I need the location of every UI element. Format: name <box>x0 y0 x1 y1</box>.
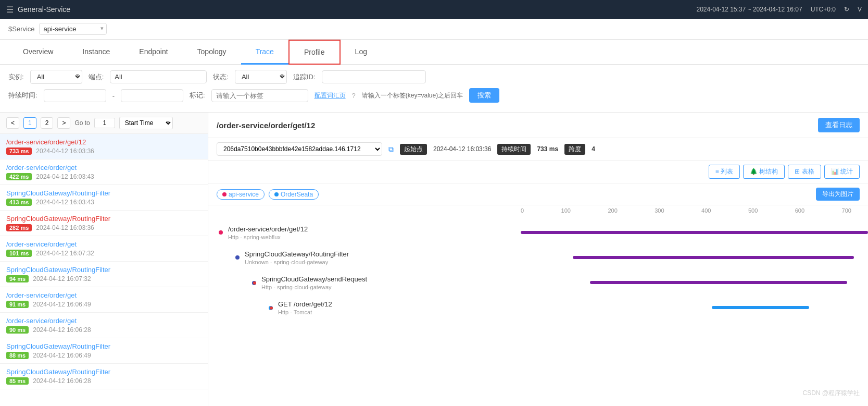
table-view-btn[interactable]: ⊞ 表格 <box>788 165 821 179</box>
trace-item-name-6: /order-service/order/get <box>6 291 202 299</box>
list-view-btn[interactable]: ≡ 列表 <box>709 165 740 179</box>
traceid-input[interactable] <box>322 70 426 83</box>
service-select[interactable]: api-service order-service gateway-servic… <box>39 23 107 35</box>
span-bar-root <box>521 224 868 241</box>
tab-instance[interactable]: Instance <box>68 40 124 65</box>
chip-api-service[interactable]: api-service <box>217 189 265 200</box>
tab-endpoint[interactable]: Endpoint <box>124 40 182 65</box>
page-2-btn[interactable]: 2 <box>41 117 54 129</box>
trace-item-2[interactable]: SpringCloudGateway/RoutingFilter 413 ms … <box>0 185 208 211</box>
instance-select[interactable]: All <box>30 70 82 84</box>
refresh-icon[interactable]: ↻ <box>844 6 849 13</box>
search-button[interactable]: 搜索 <box>469 88 499 103</box>
tab-topology[interactable]: Topology <box>183 40 241 65</box>
tracelist-header: < 1 2 > Go to Start Time <box>0 113 208 134</box>
span-bar-2 <box>521 274 868 291</box>
trace-item-4[interactable]: /order-service/order/get 101 ms 2024-04-… <box>0 236 208 262</box>
status-select-wrapper: All <box>235 70 287 84</box>
trace-time-1: 2024-04-12 16:03:43 <box>36 173 94 180</box>
page-1-btn[interactable]: 1 <box>23 117 36 129</box>
trace-item-5[interactable]: SpringCloudGateway/RoutingFilter 94 ms 2… <box>0 262 208 287</box>
span-left-3: GET /order/get/12 Http - Tomcat <box>208 300 521 315</box>
view-log-button[interactable]: 查看日志 <box>818 118 860 132</box>
tag-input[interactable] <box>211 89 308 102</box>
tab-trace[interactable]: Trace <box>241 40 288 65</box>
span-bar-fill-2 <box>590 281 847 284</box>
trace-item-name-7: /order-service/order/get <box>6 317 202 325</box>
tl-600: 600 <box>795 207 804 214</box>
chip-label-order: OrderSeata <box>281 191 313 198</box>
trace-item-name-4: /order-service/order/get <box>6 240 202 248</box>
filterbar: 实例: All 端点: 状态: All 追踪ID: 持续时间: - 标记: 配置… <box>0 65 868 113</box>
start-value: 2024-04-12 16:03:36 <box>433 145 491 153</box>
trace-item-1[interactable]: /order-service/order/get 422 ms 2024-04-… <box>0 159 208 185</box>
status-select[interactable]: All <box>235 70 287 84</box>
span-bar-fill-3 <box>712 306 809 309</box>
detail-header: /order-service/order/get/12 查看日志 <box>208 113 868 138</box>
config-link[interactable]: 配置词汇页 <box>315 91 346 100</box>
copy-icon[interactable]: ⧉ <box>388 145 394 154</box>
filter-row-2: 持续时间: - 标记: 配置词汇页 ? 请输入一个标签(key=value)之后… <box>8 88 860 103</box>
trace-item-3[interactable]: SpringCloudGateway/RoutingFilter 282 ms … <box>0 211 208 236</box>
toggle-btn[interactable]: V <box>858 6 862 13</box>
span-info-1: SpringCloudGateway/RoutingFilter Unknown… <box>245 250 349 265</box>
status-label: 状态: <box>213 72 229 82</box>
trace-id-select[interactable]: 206da7510b0e43bbbfde42e1582addae.146.171… <box>217 142 382 156</box>
filter-row-1: 实例: All 端点: 状态: All 追踪ID: <box>8 70 860 84</box>
duration-label: 持续时间: <box>8 91 37 100</box>
goto-input[interactable] <box>94 118 115 128</box>
endpoint-input[interactable] <box>110 70 207 83</box>
servicebar: $Service api-service order-service gatew… <box>0 19 868 40</box>
goto-label: Go to <box>74 119 90 127</box>
endpoint-label: 端点: <box>89 72 104 82</box>
chip-label-api: api-service <box>229 191 259 198</box>
span-bar-1 <box>521 249 868 266</box>
trace-badge-7: 90 ms <box>6 326 29 334</box>
trace-item-meta-6: 91 ms 2024-04-12 16:06:49 <box>6 301 202 308</box>
duration-to-input[interactable] <box>121 89 183 102</box>
tab-log[interactable]: Log <box>341 40 382 65</box>
tag-label: 标记: <box>190 91 205 100</box>
trace-detail: /order-service/order/get/12 查看日志 206da75… <box>208 113 868 406</box>
tab-overview[interactable]: Overview <box>8 40 68 65</box>
stats-view-btn[interactable]: 📊 统计 <box>824 165 860 179</box>
trace-item-0[interactable]: /order-service/order/get/12 733 ms 2024-… <box>0 134 208 159</box>
tree-view-btn[interactable]: 🌲 树结构 <box>743 165 785 179</box>
trace-item-6[interactable]: /order-service/order/get 91 ms 2024-04-1… <box>0 287 208 313</box>
trace-item-name-3: SpringCloudGateway/RoutingFilter <box>6 215 202 223</box>
tl-0: 0 <box>521 207 524 214</box>
tag-hint: 请输入一个标签(key=value)之后回车 <box>362 91 463 100</box>
span-connector-2: SpringCloudGateway/sendRequest Http - sp… <box>217 275 367 290</box>
next-page-btn[interactable]: > <box>57 117 70 129</box>
trace-item-9[interactable]: SpringCloudGateway/RoutingFilter 85 ms 2… <box>0 364 208 389</box>
trace-items-container: /order-service/order/get/12 733 ms 2024-… <box>0 134 208 389</box>
topbar-right: 2024-04-12 15:37 ~ 2024-04-12 16:07 UTC+… <box>696 6 862 13</box>
span-tag: 跨度 <box>564 144 585 155</box>
export-btn[interactable]: 导出为图片 <box>816 188 860 201</box>
trace-time-5: 2024-04-12 16:07:32 <box>33 275 91 282</box>
sort-select[interactable]: Start Time <box>119 117 173 129</box>
prev-page-btn[interactable]: < <box>6 117 19 129</box>
help-icon[interactable]: ? <box>352 92 356 100</box>
chip-dot-order <box>274 192 279 196</box>
tl-700: 700 <box>842 207 851 214</box>
trace-item-7[interactable]: /order-service/order/get 90 ms 2024-04-1… <box>0 313 208 338</box>
trace-item-8[interactable]: SpringCloudGateway/RoutingFilter 88 ms 2… <box>0 338 208 364</box>
duration-from-input[interactable] <box>44 89 106 102</box>
span-row-3: GET /order/get/12 Http - Tomcat <box>208 295 868 320</box>
span-bar-3 <box>521 299 868 316</box>
trace-badge-8: 88 ms <box>6 352 29 359</box>
span-name-root: /order-service/order/get/12 <box>228 225 308 233</box>
span-bar-fill-root <box>521 231 868 234</box>
span-dot-2-inner <box>253 281 256 285</box>
trace-badge-6: 91 ms <box>6 301 29 308</box>
chip-orderseata[interactable]: OrderSeata <box>269 189 319 200</box>
span-left-2: SpringCloudGateway/sendRequest Http - sp… <box>208 275 521 290</box>
tab-profile[interactable]: Profile <box>288 40 341 65</box>
traceid-label: 追踪ID: <box>293 72 316 82</box>
span-sub-root: Http - spring-webflux <box>228 234 308 240</box>
span-sub-3: Http - Tomcat <box>278 309 332 315</box>
app-title: General-Service <box>18 5 70 14</box>
span-info-2: SpringCloudGateway/sendRequest Http - sp… <box>261 275 367 290</box>
hamburger-icon[interactable]: ☰ <box>6 5 14 15</box>
